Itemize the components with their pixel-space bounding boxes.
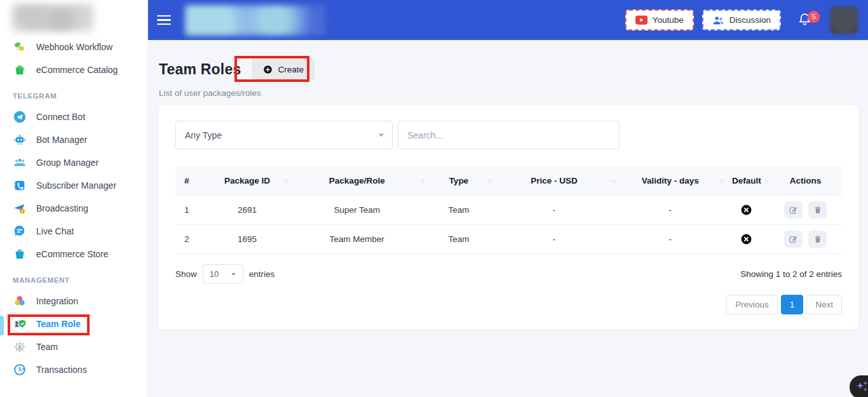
sidebar-item-label: Webhook Workflow <box>36 42 112 52</box>
plus-circle-icon <box>263 65 273 74</box>
delete-button[interactable] <box>808 231 827 248</box>
ai-assistant-button[interactable] <box>850 375 868 397</box>
cell-price: - <box>492 224 616 253</box>
roles-table: # Package ID↑↓ Package/Role↑↓ Type↑↓ Pri… <box>175 166 842 254</box>
sidebar: Webhook Workflow eCommerce Catalog TELEG… <box>0 0 148 397</box>
menu-toggle-button[interactable] <box>157 12 176 29</box>
sidebar-item-team[interactable]: Team <box>0 335 147 358</box>
type-filter-select[interactable]: Any Type <box>175 121 393 149</box>
active-item-indicator <box>0 316 4 335</box>
notifications-button[interactable]: 5 <box>797 12 812 29</box>
sidebar-section-management: MANAGEMENT <box>0 276 147 284</box>
youtube-button[interactable]: Youtube <box>625 10 694 30</box>
cell-validity: - <box>616 195 724 224</box>
page-title: Team Roles <box>159 61 241 78</box>
page-size-select[interactable]: 10 ⌄ <box>203 264 243 284</box>
filters-row: Any Type <box>175 121 842 149</box>
column-header-default[interactable]: Default↑↓ <box>724 166 769 195</box>
sidebar-item-broadcasting[interactable]: Broadcasting <box>0 197 147 220</box>
edit-icon <box>789 234 798 244</box>
chat-bubble-icon <box>13 224 27 238</box>
trash-icon <box>813 205 822 215</box>
sidebar-item-label: eCommerce Catalog <box>36 65 118 75</box>
sort-icon[interactable]: ↑↓ <box>420 177 424 184</box>
chevron-down-icon: ⌄ <box>230 267 237 277</box>
cell-package-role: Team Member <box>288 224 425 253</box>
sort-icon[interactable]: ↑↓ <box>487 177 491 184</box>
app-logo-blurred <box>185 5 326 36</box>
edit-button[interactable] <box>784 201 803 219</box>
top-bar: Youtube Discussion 5 <box>148 0 868 40</box>
column-header-actions: Actions <box>769 166 842 195</box>
sidebar-item-label: Integration <box>36 296 78 306</box>
sidebar-item-ecommerce-store[interactable]: eCommerce Store <box>0 243 147 266</box>
discussion-label: Discussion <box>729 15 771 25</box>
showing-entries-text: Showing 1 to 2 of 2 entries <box>740 269 842 279</box>
roles-card: Any Type # Package ID↑↓ Package/Role↑↓ T… <box>159 105 858 330</box>
sidebar-item-group-manager[interactable]: Group Manager <box>0 151 147 174</box>
sidebar-item-label: Team Role <box>36 319 81 329</box>
sidebar-item-team-role[interactable]: Team Role <box>0 313 147 335</box>
cell-validity: - <box>616 224 724 253</box>
column-header-validity[interactable]: Validity - days↑↓ <box>616 166 724 195</box>
cell-type: Team <box>425 195 492 224</box>
previous-page-button[interactable]: Previous <box>726 295 778 314</box>
column-header-price[interactable]: Price - USD↑↓ <box>492 166 616 195</box>
table-row: 1 2691 Super Team Team - - <box>175 195 842 224</box>
sidebar-item-bot-manager[interactable]: Bot Manager <box>0 128 147 151</box>
create-button-label: Create <box>278 65 304 74</box>
overlapping-circles-icon <box>13 294 27 308</box>
cell-default <box>724 224 769 253</box>
delete-button[interactable] <box>808 201 827 219</box>
create-button[interactable]: Create <box>252 59 315 79</box>
cell-package-id: 2691 <box>206 195 288 224</box>
sort-icon[interactable]: ↑↓ <box>611 177 615 184</box>
sidebar-item-label: Subscriber Manager <box>36 180 116 191</box>
sidebar-item-ecommerce-catalog[interactable]: eCommerce Catalog <box>0 58 147 81</box>
table-header-row: # Package ID↑↓ Package/Role↑↓ Type↑↓ Pri… <box>175 166 842 195</box>
page-subtitle: List of user packages/roles <box>159 88 868 98</box>
table-row: 2 1695 Team Member Team - - <box>175 224 842 253</box>
cell-default <box>724 195 769 224</box>
robot-icon <box>13 133 27 147</box>
people-group-icon <box>13 156 27 170</box>
cell-package-role: Super Team <box>288 195 425 224</box>
contact-phone-icon <box>13 178 27 192</box>
not-default-icon <box>740 204 752 216</box>
sidebar-item-transactions[interactable]: Transactions <box>0 358 147 381</box>
discussion-people-icon <box>712 15 724 25</box>
search-input[interactable] <box>398 121 620 149</box>
sort-icon[interactable]: ↑↓ <box>719 177 723 184</box>
column-header-package-role[interactable]: Package/Role↑↓ <box>288 166 425 195</box>
sidebar-item-connect-bot[interactable]: Connect Bot <box>0 105 147 128</box>
youtube-icon <box>635 15 648 25</box>
pagination: Previous 1 Next <box>175 295 842 314</box>
type-filter-value: Any Type <box>185 130 222 140</box>
sidebar-section-telegram: TELEGRAM <box>0 92 147 100</box>
hamburger-icon <box>157 15 171 17</box>
sidebar-item-label: Live Chat <box>36 226 74 236</box>
sort-icon[interactable]: ↑↓ <box>764 177 768 184</box>
sidebar-item-subscriber-manager[interactable]: Subscriber Manager <box>0 174 147 197</box>
cell-actions <box>769 195 842 224</box>
notification-badge: 5 <box>808 11 820 23</box>
column-header-type[interactable]: Type↑↓ <box>425 166 492 195</box>
column-header-package-id[interactable]: Package ID↑↓ <box>206 166 288 195</box>
edit-button[interactable] <box>784 231 803 248</box>
next-page-button[interactable]: Next <box>806 295 842 314</box>
user-avatar-blurred[interactable] <box>830 6 858 34</box>
shopping-bag-green-icon <box>13 63 27 77</box>
page-1-button[interactable]: 1 <box>781 295 804 314</box>
sidebar-item-live-chat[interactable]: Live Chat <box>0 220 147 243</box>
cell-actions <box>769 224 842 253</box>
cell-package-id: 1695 <box>206 224 288 253</box>
discussion-button[interactable]: Discussion <box>702 10 781 30</box>
cell-type: Team <box>425 224 492 253</box>
sidebar-logo-blurred <box>11 4 94 32</box>
youtube-label: Youtube <box>653 15 684 25</box>
sidebar-item-label: Group Manager <box>36 158 98 168</box>
sort-icon[interactable]: ↑↓ <box>283 177 287 184</box>
sidebar-item-integration[interactable]: Integration <box>0 290 147 313</box>
sidebar-item-webhook-workflow[interactable]: Webhook Workflow <box>0 36 147 58</box>
shopping-bag-blue-icon <box>13 247 27 261</box>
